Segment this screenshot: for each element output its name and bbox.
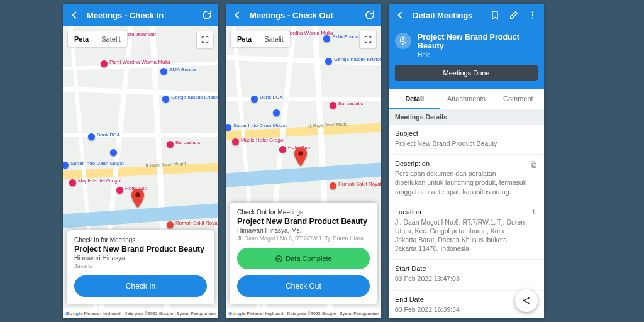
bookmark-icon[interactable]: [489, 9, 501, 21]
poi-icon: [160, 68, 167, 75]
map-type-satellite[interactable]: Satelit: [95, 31, 127, 47]
svg-point-10: [523, 300, 525, 302]
meetings-done-button[interactable]: Meetings Done: [395, 65, 538, 81]
field-value: Project New Brand Product Beauty: [395, 139, 538, 148]
copy-icon[interactable]: [530, 160, 538, 171]
appbar-title: Detail Meetings: [413, 11, 482, 20]
tab-attachments[interactable]: Attachments: [440, 89, 492, 109]
more-icon[interactable]: [526, 9, 539, 21]
appbar: Detail Meetings: [389, 4, 544, 26]
poi-icon: [167, 141, 174, 148]
sheet-city: Jakarta: [74, 263, 207, 269]
map-type-map[interactable]: Peta: [231, 31, 258, 47]
poi-icon: [325, 58, 332, 65]
poi-icon: [273, 109, 280, 116]
edit-icon[interactable]: [508, 9, 520, 21]
poi-icon: [69, 179, 76, 186]
data-complete-label: Data Complete: [286, 255, 331, 262]
sheet-lead: Check In for Meetings: [74, 236, 207, 243]
svg-rect-8: [531, 162, 535, 166]
field-label: Location: [395, 208, 538, 216]
svg-point-9: [533, 209, 534, 211]
field-value: 03 Feb 2022 13:47:03: [395, 274, 538, 283]
sheet-person: Himawari Hinasya, Ms.: [237, 227, 370, 234]
poi-icon: [330, 182, 336, 189]
svg-point-1: [298, 151, 303, 156]
google-logo: Google: [228, 311, 246, 316]
map[interactable]: Jl. Raya Daan Mogot Peta Satelit Check O…: [226, 26, 381, 318]
field-label: Subject: [395, 130, 538, 137]
appbar-title: Meetings - Check In: [87, 11, 194, 20]
poi-icon: [226, 124, 231, 131]
poi-icon: [323, 35, 330, 42]
data-complete-button[interactable]: Data Complete: [237, 248, 370, 269]
map-attribution: Google Pintasan keyboard Data peta ©2022…: [63, 308, 218, 318]
checkout-button[interactable]: Check Out: [237, 275, 370, 297]
checkin-button[interactable]: Check In: [74, 275, 207, 297]
field-value: Persiapan dokumen dan peralatan diperluk…: [395, 169, 538, 196]
sheet-subject: Project New Brand Product Beauty: [237, 217, 370, 226]
field-label: Start Date: [395, 265, 538, 272]
svg-point-6: [402, 39, 404, 42]
field-value: Jl. Daan Mogot I No.6, RT.7/RW.1, Tj. Du…: [395, 218, 538, 253]
field-subject: Subject Project New Brand Product Beauty: [389, 125, 544, 155]
field-label: Description: [395, 160, 538, 167]
svg-point-5: [532, 17, 533, 18]
back-icon[interactable]: [231, 9, 243, 21]
poi-icon: [63, 162, 69, 169]
poi-icon: [330, 102, 336, 109]
tab-detail[interactable]: Detail: [389, 89, 440, 109]
poi-icon: [232, 138, 239, 145]
attrib-data: Data peta ©2022 Google: [287, 311, 336, 316]
checkout-sheet: Check Out for Meetings Project New Brand…: [230, 203, 377, 304]
poi-icon: [279, 146, 286, 153]
map-type-toggle: Peta Satelit: [231, 31, 290, 47]
poi-icon: [101, 60, 108, 67]
poi-icon: [162, 96, 169, 103]
svg-rect-7: [532, 164, 536, 168]
refresh-icon[interactable]: [364, 9, 376, 21]
attrib-terms[interactable]: Syarat Penggunaan: [340, 311, 379, 316]
poi-icon: [251, 96, 258, 103]
screen-check-in: Meetings - Check In Jl. Raya Daan Mogot …: [63, 4, 218, 318]
sheet-address: Jl. Daan Mogot I No.6, RT.7/RW.1, Tj. Du…: [237, 235, 370, 242]
refresh-icon[interactable]: [201, 9, 213, 21]
field-description: Description Persiapan dokumen dan perala…: [389, 155, 544, 203]
map-attribution: Google Pintasan keyboard Data peta ©2022…: [226, 308, 381, 318]
map-type-map[interactable]: Peta: [68, 31, 95, 47]
svg-point-12: [528, 303, 530, 304]
meeting-subject: Project New Brand Product Beauty: [418, 33, 538, 50]
directions-icon[interactable]: [530, 208, 538, 219]
fullscreen-icon[interactable]: [197, 31, 213, 48]
field-start-date: Start Date 03 Feb 2022 13:47:03: [389, 260, 544, 290]
google-logo: Google: [65, 311, 83, 316]
back-icon[interactable]: [394, 9, 406, 21]
check-circle-icon: [275, 255, 283, 263]
detail-tabs: Detail Attachments Comment: [389, 89, 544, 109]
screen-check-out: Meetings - Check Out Jl. Raya Daan Mogot: [226, 4, 381, 318]
tab-comment[interactable]: Comment: [492, 89, 544, 109]
meeting-status: Held: [418, 52, 538, 58]
appbar-title: Meetings - Check Out: [250, 11, 357, 20]
attrib-shortcut[interactable]: Pintasan keyboard: [84, 311, 121, 316]
sheet-lead: Check Out for Meetings: [237, 209, 370, 216]
map[interactable]: Jl. Raya Daan Mogot Jl. Kali Sekr Peta S…: [63, 26, 218, 318]
fullscreen-icon[interactable]: [360, 31, 376, 48]
appbar: Meetings - Check In: [63, 4, 218, 26]
back-icon[interactable]: [68, 9, 80, 21]
poi-icon: [116, 187, 123, 194]
attrib-shortcut[interactable]: Pintasan keyboard: [247, 311, 284, 316]
map-pin-icon: [131, 189, 145, 203]
detail-body[interactable]: Subject Project New Brand Product Beauty…: [389, 125, 544, 318]
svg-point-3: [532, 11, 533, 13]
checkin-sheet: Check In for Meetings Project New Brand …: [67, 230, 214, 304]
appbar: Meetings - Check Out: [226, 4, 381, 26]
share-fab[interactable]: [515, 289, 538, 312]
poi-icon: [110, 149, 117, 156]
sheet-person: Himawari Hinasya: [74, 255, 207, 262]
attrib-data: Data peta ©2022 Google: [125, 311, 174, 316]
map-type-satellite[interactable]: Satelit: [258, 31, 290, 47]
svg-point-2: [276, 255, 282, 262]
attrib-terms[interactable]: Syarat Penggunaan: [177, 311, 216, 316]
share-icon: [521, 296, 531, 306]
